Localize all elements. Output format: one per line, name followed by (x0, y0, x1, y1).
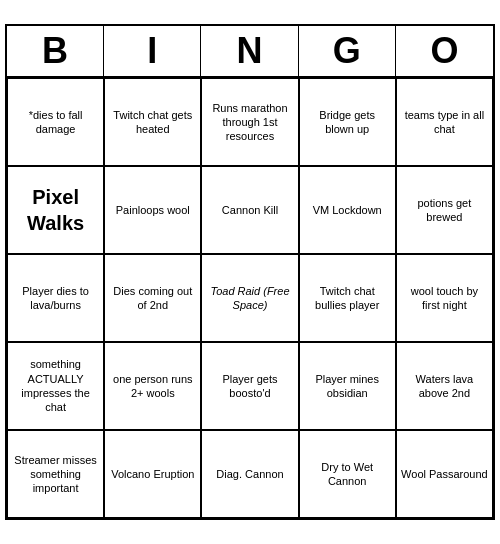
bingo-cell-3[interactable]: Bridge gets blown up (299, 78, 396, 166)
bingo-cell-15[interactable]: something ACTUALLY impresses the chat (7, 342, 104, 430)
bingo-cell-1[interactable]: Twitch chat gets heated (104, 78, 201, 166)
bingo-grid: *dies to fall damageTwitch chat gets hea… (7, 78, 493, 518)
bingo-cell-19[interactable]: Waters lava above 2nd (396, 342, 493, 430)
bingo-cell-23[interactable]: Dry to Wet Cannon (299, 430, 396, 518)
bingo-cell-9[interactable]: potions get brewed (396, 166, 493, 254)
bingo-cell-24[interactable]: Wool Passaround (396, 430, 493, 518)
header-letter-B: B (7, 26, 104, 76)
bingo-cell-11[interactable]: Dies coming out of 2nd (104, 254, 201, 342)
header-letter-O: O (396, 26, 493, 76)
bingo-cell-21[interactable]: Volcano Eruption (104, 430, 201, 518)
bingo-cell-20[interactable]: Streamer misses something important (7, 430, 104, 518)
bingo-cell-5[interactable]: Pixel Walks (7, 166, 104, 254)
bingo-cell-0[interactable]: *dies to fall damage (7, 78, 104, 166)
bingo-cell-6[interactable]: Painloops wool (104, 166, 201, 254)
header-letter-G: G (299, 26, 396, 76)
bingo-cell-22[interactable]: Diag. Cannon (201, 430, 298, 518)
bingo-cell-13[interactable]: Twitch chat bullies player (299, 254, 396, 342)
bingo-cell-14[interactable]: wool touch by first night (396, 254, 493, 342)
header-letter-N: N (201, 26, 298, 76)
bingo-cell-18[interactable]: Player mines obsidian (299, 342, 396, 430)
bingo-cell-17[interactable]: Player gets boosto'd (201, 342, 298, 430)
bingo-cell-4[interactable]: teams type in all chat (396, 78, 493, 166)
bingo-cell-16[interactable]: one person runs 2+ wools (104, 342, 201, 430)
bingo-cell-8[interactable]: VM Lockdown (299, 166, 396, 254)
bingo-cell-2[interactable]: Runs marathon through 1st resources (201, 78, 298, 166)
header-letter-I: I (104, 26, 201, 76)
bingo-cell-10[interactable]: Player dies to lava/burns (7, 254, 104, 342)
bingo-cell-12[interactable]: Toad Raid (Free Space) (201, 254, 298, 342)
bingo-header: BINGO (7, 26, 493, 78)
bingo-card: BINGO *dies to fall damageTwitch chat ge… (5, 24, 495, 520)
bingo-cell-7[interactable]: Cannon Kill (201, 166, 298, 254)
